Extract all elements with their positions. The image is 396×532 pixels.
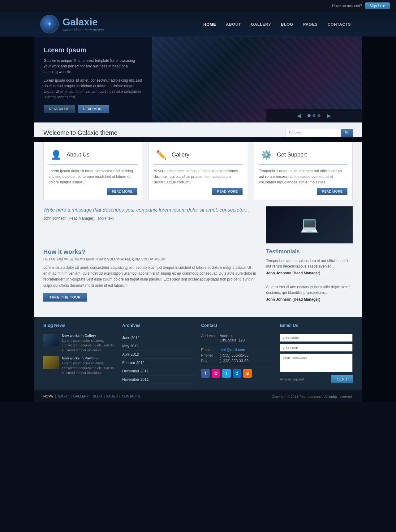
footer-nav-about[interactable]: ABOUT bbox=[58, 394, 69, 398]
blog-news-title: Blog News bbox=[43, 323, 116, 330]
dot-2[interactable] bbox=[312, 114, 316, 117]
support-title: Get Support bbox=[277, 152, 307, 158]
hero-desc1: Galaxie is unique Themeforest template f… bbox=[44, 58, 143, 75]
search-bar: 🔍 bbox=[286, 129, 353, 137]
nav-about[interactable]: ABOUT bbox=[221, 19, 246, 29]
support-header: ⚙️ Get Support bbox=[259, 147, 347, 165]
hero-read-more-2[interactable]: READ MORE bbox=[78, 105, 109, 113]
how-testimonials-row: How it works? H5 TAG EXAMPLE. NEMO ENIM … bbox=[43, 248, 353, 311]
hero-read-more-1[interactable]: READ MORE bbox=[44, 105, 75, 113]
blog-title-2: New works in Portfolio bbox=[62, 356, 116, 360]
logo: Galaxie where ideas meet design bbox=[40, 15, 104, 33]
gallery-icon: ✏️ bbox=[154, 147, 169, 162]
flickr-icon[interactable]: ✿ bbox=[212, 369, 220, 378]
support-read-more[interactable]: READ MORE bbox=[317, 188, 347, 195]
about-read-more[interactable]: READ MORE bbox=[107, 188, 137, 195]
sign-in-button[interactable]: Sign in ▼ bbox=[365, 2, 390, 9]
delicious-icon[interactable]: d bbox=[233, 369, 241, 378]
testimonial-1-text: Temporibus autem quibusdam et aut offici… bbox=[266, 258, 353, 269]
logo-icon bbox=[40, 15, 59, 33]
about-card: 👤 About Us Lorem ipsum dolor sit amet, c… bbox=[43, 142, 142, 200]
nav-gallery[interactable]: GALLERY bbox=[246, 19, 276, 29]
laptop-icon: 💻 bbox=[300, 216, 319, 234]
archive-june-2012[interactable]: June 2012 bbox=[122, 334, 195, 342]
quote-area: Write here a message that describes your… bbox=[43, 206, 260, 243]
footer-nav-gallery[interactable]: GALLERY bbox=[73, 394, 89, 398]
blog-thumb-1 bbox=[43, 334, 59, 346]
main-nav: HOME ABOUT GALLERY BLOG PAGES CONTACTS bbox=[198, 19, 356, 29]
archive-april-2012[interactable]: April 2012 bbox=[122, 350, 195, 359]
how-text: Lorem ipsum dolor sit amet, consectetur … bbox=[43, 265, 260, 289]
hero-slider: Lorem Ipsum Galaxie is unique Themefores… bbox=[34, 36, 362, 122]
top-bar: Have an account? Sign in ▼ bbox=[0, 0, 396, 12]
phone-label: Phone: bbox=[201, 353, 217, 358]
footer-rights: All rights reserved. bbox=[325, 395, 353, 398]
slider-prev[interactable]: ◀ bbox=[297, 112, 301, 119]
nav-contacts[interactable]: CONTACTS bbox=[323, 19, 356, 29]
footer-nav-contacts[interactable]: CONTACTS bbox=[122, 394, 140, 398]
fax-label: Fax: bbox=[201, 359, 217, 363]
send-button[interactable]: SEND bbox=[331, 375, 353, 383]
slider-dots bbox=[308, 114, 321, 117]
logo-text: Galaxie where ideas meet design bbox=[62, 16, 104, 32]
dot-3[interactable] bbox=[317, 114, 321, 117]
welcome-title: Welcome to Galaxie theme bbox=[43, 129, 118, 136]
blog-text-1: Lorem ipsum dolor sit amet, consectetur … bbox=[62, 338, 116, 353]
blog-info-1: New works in Gallery Lorem ipsum dolor s… bbox=[62, 334, 116, 353]
slider-next[interactable]: ▶ bbox=[327, 112, 331, 119]
testimonial-1: Temporibus autem quibusdam et aut offici… bbox=[266, 258, 353, 280]
archive-februar-2012[interactable]: Februar 2012 bbox=[122, 359, 195, 367]
email-us-widget: Email Us All fields required SEND bbox=[280, 323, 353, 384]
nav-blog[interactable]: BLOG bbox=[276, 19, 298, 29]
support-text: Temporibus autem quibusdam et aut offici… bbox=[259, 168, 347, 185]
about-header: 👤 About Us bbox=[49, 147, 137, 165]
facebook-icon[interactable]: f bbox=[201, 369, 210, 378]
gallery-title: Gallery bbox=[172, 152, 189, 158]
search-input[interactable] bbox=[286, 129, 341, 137]
blog-text-2: Lorem ipsum dolor sit amet, consectetur … bbox=[62, 361, 116, 375]
take-tour-button[interactable]: TAKE THE TOUR bbox=[43, 293, 87, 302]
nav-home[interactable]: HOME bbox=[198, 19, 221, 29]
required-note: All fields required bbox=[280, 378, 304, 381]
about-title: About Us bbox=[67, 152, 89, 158]
email-name-input[interactable] bbox=[280, 334, 353, 342]
have-account-text: Have an account? bbox=[332, 4, 362, 8]
how-section: How it works? H5 TAG EXAMPLE. NEMO ENIM … bbox=[43, 248, 260, 311]
how-title: How it works? bbox=[43, 248, 260, 255]
twitter-icon[interactable]: t bbox=[222, 369, 231, 378]
archive-december-2011[interactable]: December 2011 bbox=[122, 367, 195, 375]
gallery-header: ✏️ Gallery bbox=[154, 147, 243, 165]
how-subtitle: H5 TAG EXAMPLE. NEMO ENIM IPSAM VOLUPTAT… bbox=[43, 257, 260, 261]
email-message-input[interactable] bbox=[280, 354, 353, 372]
fax-value: (+333) 333-33-33 bbox=[220, 359, 248, 363]
quote-more-link[interactable]: More text bbox=[98, 216, 114, 221]
archive-november-2011[interactable]: November 2011 bbox=[122, 375, 195, 384]
blog-news-widget: Blog News New works in Gallery Lorem ips… bbox=[43, 323, 116, 384]
dot-1[interactable] bbox=[308, 114, 311, 117]
logo-title: Galaxie bbox=[62, 16, 104, 28]
address-label: Address: bbox=[201, 334, 217, 342]
welcome-header: Welcome to Galaxie theme 🔍 bbox=[43, 129, 353, 137]
archive-may-2012[interactable]: May 2012 bbox=[122, 342, 195, 350]
email-value[interactable]: mail@mail.com bbox=[220, 348, 245, 352]
email-email-input[interactable] bbox=[280, 344, 353, 352]
footer-nav-blog[interactable]: BLOG bbox=[93, 394, 102, 398]
footer-copy-area: Copyright © 2011 'Your company'. All rig… bbox=[272, 393, 353, 399]
rss-icon[interactable]: ◉ bbox=[243, 369, 252, 378]
footer-copyright: Copyright © 2011 'Your company'. bbox=[272, 395, 323, 398]
footer-nav-home[interactable]: HOME bbox=[43, 394, 54, 398]
blog-item-2: New works in Portfolio Lorem ipsum dolor… bbox=[43, 356, 116, 375]
footer-nav-pages[interactable]: PAGES bbox=[106, 394, 118, 398]
main-content: 👤 About Us Lorem ipsum dolor sit amet, c… bbox=[34, 142, 362, 317]
welcome-section: Welcome to Galaxie theme 🔍 bbox=[34, 122, 362, 137]
search-button[interactable]: 🔍 bbox=[341, 129, 353, 137]
hero-desc2: Lorem ipsum dolor sit amet, consectetur … bbox=[44, 78, 143, 100]
nav-pages[interactable]: PAGES bbox=[298, 19, 323, 29]
three-columns: 👤 About Us Lorem ipsum dolor sit amet, c… bbox=[43, 142, 353, 200]
gallery-read-more[interactable]: READ MORE bbox=[212, 188, 243, 195]
blog-item-1: New works in Gallery Lorem ipsum dolor s… bbox=[43, 334, 116, 353]
contact-info: Address: Address,City, State, 123 Email:… bbox=[201, 334, 274, 378]
hero-buttons: READ MORE READ MORE bbox=[44, 105, 143, 113]
hero-image: ◀ ▶ bbox=[152, 37, 362, 122]
social-icons: f ✿ t d ◉ bbox=[201, 369, 274, 378]
